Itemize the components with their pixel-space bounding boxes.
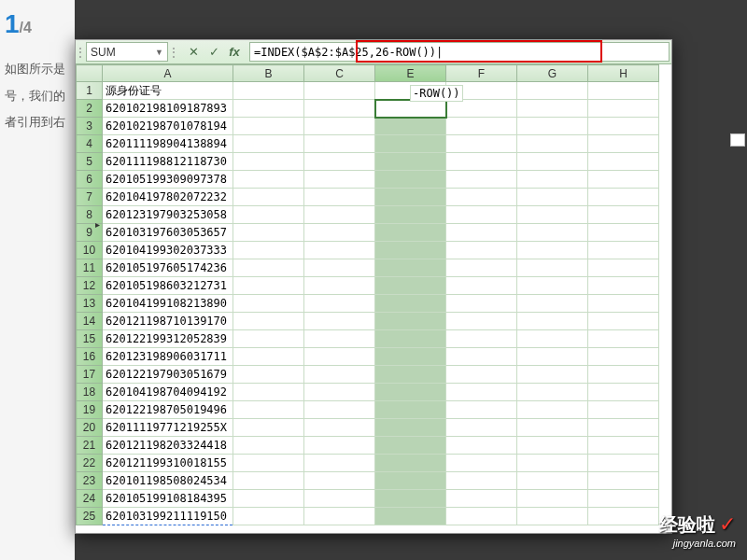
cell[interactable]	[233, 259, 304, 277]
cell[interactable]: 620103199211119150	[103, 508, 233, 525]
row-header[interactable]: 20	[77, 419, 103, 437]
cell[interactable]	[375, 508, 446, 525]
cell[interactable]	[375, 366, 446, 384]
cell[interactable]	[517, 153, 588, 171]
column-header-H[interactable]: H	[588, 65, 659, 82]
column-header-A[interactable]: A	[103, 65, 233, 82]
cell[interactable]: 源身份证号	[103, 82, 233, 100]
row-header[interactable]: 23	[77, 472, 103, 490]
cell[interactable]	[517, 82, 588, 100]
formula-input[interactable]: =INDEX($A$2:$A$25,26-ROW())|	[249, 42, 669, 62]
cell[interactable]	[375, 295, 446, 313]
cell[interactable]	[517, 259, 588, 277]
cell[interactable]	[233, 206, 304, 224]
column-header-E[interactable]: E	[375, 65, 446, 82]
cell[interactable]: 620121199310018155	[103, 455, 233, 472]
cell[interactable]	[588, 330, 659, 348]
cell[interactable]	[375, 100, 446, 118]
column-header-F[interactable]: F	[446, 65, 517, 82]
cell[interactable]	[375, 277, 446, 295]
row-header[interactable]: 25	[77, 508, 103, 525]
cell[interactable]	[517, 419, 588, 437]
cell[interactable]	[304, 277, 375, 295]
cell[interactable]	[304, 135, 375, 153]
row-header[interactable]: 18	[77, 384, 103, 401]
cell[interactable]	[375, 242, 446, 259]
cell[interactable]	[588, 259, 659, 277]
cell[interactable]: 620104199302037333	[103, 242, 233, 259]
cell[interactable]	[446, 153, 517, 171]
cell[interactable]	[446, 330, 517, 348]
cell[interactable]	[446, 419, 517, 437]
row-header[interactable]: 7	[77, 189, 103, 206]
cell[interactable]	[375, 206, 446, 224]
cell[interactable]	[517, 490, 588, 508]
cell[interactable]	[517, 313, 588, 330]
cell[interactable]	[588, 455, 659, 472]
cell[interactable]	[233, 189, 304, 206]
name-box[interactable]: SUM ▼	[86, 42, 168, 62]
cell[interactable]	[375, 419, 446, 437]
cell[interactable]	[233, 82, 304, 100]
cell[interactable]	[446, 472, 517, 490]
row-header[interactable]: 4	[77, 135, 103, 153]
cell[interactable]	[304, 455, 375, 472]
cell[interactable]	[517, 118, 588, 135]
cell[interactable]	[588, 508, 659, 525]
cell[interactable]	[233, 277, 304, 295]
row-header[interactable]: 13	[77, 295, 103, 313]
cell[interactable]	[517, 437, 588, 455]
cell[interactable]	[375, 118, 446, 135]
cell[interactable]	[304, 508, 375, 525]
cell[interactable]	[446, 455, 517, 472]
cell[interactable]	[233, 295, 304, 313]
cell[interactable]: 620101198508024534	[103, 472, 233, 490]
cell[interactable]	[446, 171, 517, 189]
cell[interactable]	[375, 472, 446, 490]
cell[interactable]	[446, 490, 517, 508]
cell[interactable]	[304, 490, 375, 508]
cell[interactable]	[588, 348, 659, 366]
cell[interactable]	[304, 472, 375, 490]
cell[interactable]: 620102198701078194	[103, 118, 233, 135]
cell[interactable]	[588, 366, 659, 384]
cancel-formula-button[interactable]: ✕	[184, 43, 203, 62]
cell[interactable]	[375, 401, 446, 419]
cell[interactable]	[588, 401, 659, 419]
cell[interactable]	[588, 82, 659, 100]
row-header[interactable]: 3	[77, 118, 103, 135]
row-header[interactable]: 14	[77, 313, 103, 330]
cell[interactable]	[588, 384, 659, 401]
cell[interactable]	[304, 401, 375, 419]
cell[interactable]	[304, 330, 375, 348]
cell[interactable]	[233, 490, 304, 508]
cell[interactable]: 620104198704094192	[103, 384, 233, 401]
cell[interactable]	[446, 437, 517, 455]
cell[interactable]	[517, 330, 588, 348]
row-header[interactable]: 16	[77, 348, 103, 366]
cell[interactable]	[517, 472, 588, 490]
cell[interactable]	[304, 224, 375, 242]
cell[interactable]	[588, 472, 659, 490]
cell[interactable]	[304, 366, 375, 384]
cell[interactable]	[517, 384, 588, 401]
insert-function-button[interactable]: fx	[225, 43, 244, 62]
cell[interactable]	[233, 330, 304, 348]
cell[interactable]: 620111198904138894	[103, 135, 233, 153]
dropdown-icon[interactable]: ▼	[155, 48, 163, 57]
cell[interactable]	[517, 348, 588, 366]
cell[interactable]	[517, 242, 588, 259]
cell[interactable]	[517, 224, 588, 242]
cell[interactable]	[588, 490, 659, 508]
cell[interactable]	[304, 82, 375, 100]
cell[interactable]: 620105197605174236	[103, 259, 233, 277]
cell[interactable]	[588, 419, 659, 437]
cell[interactable]: 620111198812118730	[103, 153, 233, 171]
cell[interactable]	[375, 259, 446, 277]
cell[interactable]	[375, 82, 446, 100]
cell[interactable]: 620122197903051679	[103, 366, 233, 384]
cell[interactable]	[304, 348, 375, 366]
column-header-G[interactable]: G	[517, 65, 588, 82]
cell[interactable]	[517, 508, 588, 525]
cell[interactable]	[375, 437, 446, 455]
